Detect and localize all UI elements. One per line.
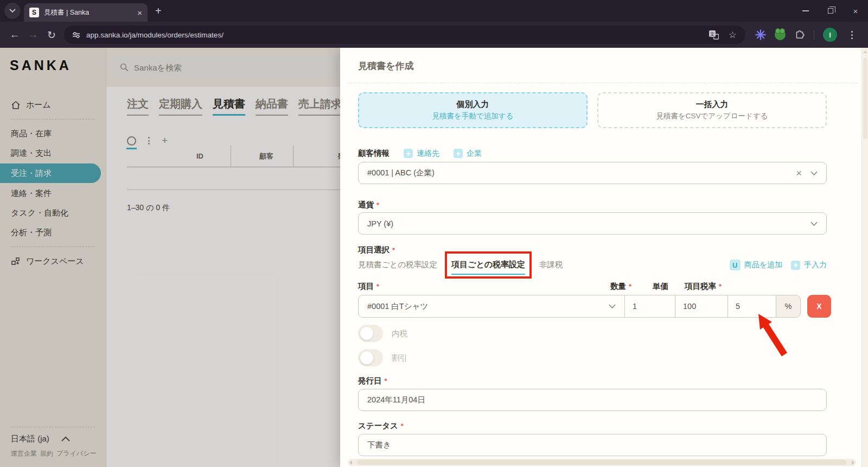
tax-mode-tabs: 見積書ごとの税率設定 項目ごとの税率設定 非課税 U 商品を追加 + 手入力 [358, 260, 827, 275]
extension-icons: I [755, 28, 858, 42]
quantity-input[interactable] [625, 295, 675, 317]
extensions-puzzle-icon[interactable] [794, 29, 805, 40]
line-item-row: #0001 白Tシャツ % X [358, 295, 846, 318]
item-product-select[interactable]: #0001 白Tシャツ [358, 295, 625, 318]
add-company-link[interactable]: + 企業 [454, 149, 482, 159]
card-title: 個別入力 [457, 99, 489, 110]
tax-rate-input[interactable] [728, 295, 776, 317]
manual-input-link[interactable]: + 手入力 [791, 260, 827, 270]
discount-toggle-row: 割引 [358, 349, 407, 367]
customer-info-row: 顧客情報 + 連絡先 + 企業 [358, 148, 482, 159]
unit-price-label: 単価 [653, 281, 668, 292]
translate-icon[interactable]: 文 [709, 30, 719, 40]
individual-entry-card[interactable]: 個別入力 見積書を手動で追加する [358, 92, 588, 128]
add-company-label: 企業 [467, 149, 482, 159]
quantity-label: 数量* [610, 281, 631, 292]
back-button[interactable]: ← [5, 26, 24, 44]
card-subtitle: 見積書をCSVでアップロードする [656, 111, 768, 121]
toolbar-divider [814, 30, 814, 40]
tab-search-button[interactable] [4, 3, 21, 19]
add-product-link[interactable]: U 商品を追加 [730, 260, 782, 270]
quantity-field [624, 295, 675, 318]
toggle-knob [360, 327, 373, 340]
tab-tax-free[interactable]: 非課税 [539, 260, 563, 270]
clear-icon[interactable]: × [796, 168, 802, 178]
plus-icon: + [791, 261, 800, 270]
scroll-right-arrow[interactable] [852, 460, 854, 465]
maximize-icon [828, 8, 833, 14]
chevron-down-icon[interactable] [810, 171, 818, 175]
window-close-button[interactable]: × [843, 0, 868, 22]
annotation-arrow [742, 311, 791, 360]
add-product-label: 商品を追加 [744, 260, 782, 270]
tax-included-toggle[interactable] [358, 325, 383, 342]
unit-price-field [675, 295, 728, 318]
manual-input-label: 手入力 [804, 260, 827, 270]
vertical-scrollbar[interactable] [861, 48, 868, 467]
add-contact-label: 連絡先 [417, 149, 439, 159]
window-minimize-button[interactable] [793, 0, 818, 22]
chevron-down-icon[interactable] [609, 304, 616, 308]
scrollbar-thumb[interactable] [863, 58, 867, 139]
app-page: SANKA ホーム 商品・在庫 調達・支出 受注・請求 連絡・案件 タスク・自動… [0, 48, 868, 467]
item-product-value: #0001 白Tシャツ [367, 301, 428, 312]
svg-text:文: 文 [710, 31, 714, 37]
entry-mode-cards: 個別入力 見積書を手動で追加する 一括入力 見積書をCSVでアップロードする [358, 92, 827, 128]
reload-button[interactable]: ↻ [42, 26, 61, 44]
item-select-label: 項目選択* [358, 245, 395, 255]
issue-date-field [358, 389, 827, 411]
panel-divider [348, 83, 857, 83]
tab-tax-per-estimate[interactable]: 見積書ごとの税率設定 [358, 260, 437, 270]
plus-icon: + [454, 149, 463, 158]
tab-tax-per-item[interactable]: 項目ごとの税率設定 [451, 260, 525, 275]
tab-title: 見積書 | Sanka [44, 8, 132, 17]
add-contact-link[interactable]: + 連絡先 [404, 149, 439, 159]
bulk-entry-card[interactable]: 一括入力 見積書をCSVでアップロードする [597, 92, 827, 128]
tax-rate-field [727, 295, 776, 318]
browser-menu-icon[interactable] [846, 31, 858, 39]
card-title: 一括入力 [696, 99, 729, 110]
tab-close-icon[interactable]: × [137, 9, 142, 17]
forward-button[interactable]: → [24, 26, 42, 44]
issue-date-label: 発行日* [358, 376, 387, 386]
status-input[interactable] [359, 434, 826, 456]
url-text[interactable]: app.sanka.io/ja/modules/orders/estimates… [86, 31, 703, 39]
frog-extension-icon[interactable] [775, 29, 786, 40]
starburst-extension-icon[interactable] [755, 29, 766, 40]
percent-suffix: % [776, 295, 801, 318]
currency-select-value: JPY (¥) [367, 219, 393, 228]
site-settings-icon[interactable] [72, 30, 81, 40]
address-bar[interactable]: app.sanka.io/ja/modules/orders/estimates… [64, 26, 745, 44]
discount-label: 割引 [392, 353, 407, 363]
status-field [358, 434, 827, 456]
unit-price-input[interactable] [675, 295, 727, 317]
profile-avatar[interactable]: I [823, 28, 837, 42]
scroll-up-arrow[interactable] [863, 51, 867, 53]
new-tab-button[interactable]: + [155, 5, 162, 17]
chevron-down-icon [9, 9, 16, 13]
create-estimate-panel: 見積書を作成 個別入力 見積書を手動で追加する 一括入力 見積書をCSVでアップ… [340, 48, 868, 467]
sanka-favicon: S [29, 8, 39, 17]
browser-toolbar: ← → ↻ app.sanka.io/ja/modules/orders/est… [0, 22, 868, 48]
horizontal-scrollbar[interactable] [348, 459, 856, 466]
panel-title: 見積書を作成 [358, 60, 413, 72]
issue-date-input[interactable] [359, 389, 826, 411]
chevron-down-icon[interactable] [810, 222, 818, 226]
browser-window: S 見積書 | Sanka × + × ← → ↻ app.sanka.io/j… [0, 0, 868, 467]
currency-label: 通貨* [358, 200, 379, 210]
scrollbar-thumb[interactable] [358, 460, 846, 465]
browser-tab[interactable]: S 見積書 | Sanka × [24, 3, 148, 22]
browser-tab-bar: S 見積書 | Sanka × + × [0, 0, 868, 22]
scroll-left-arrow[interactable] [349, 460, 352, 465]
tax-included-label: 内税 [392, 329, 407, 339]
remove-item-button[interactable]: X [807, 295, 831, 318]
window-maximize-button[interactable] [818, 0, 843, 22]
minimize-icon [802, 10, 809, 11]
customer-select[interactable]: #0001 | ABC (企業) × [358, 162, 827, 184]
currency-select[interactable]: JPY (¥) [358, 212, 827, 235]
product-box-icon: U [730, 260, 741, 270]
card-subtitle: 見積書を手動で追加する [432, 111, 514, 121]
bookmark-star-icon[interactable]: ☆ [729, 29, 737, 41]
item-label: 項目* [358, 281, 379, 292]
discount-toggle[interactable] [358, 349, 383, 367]
